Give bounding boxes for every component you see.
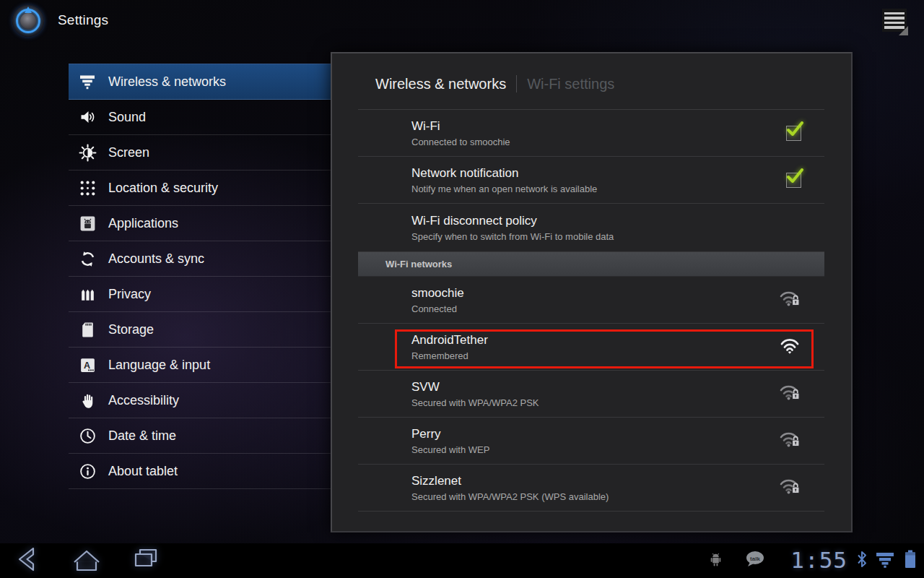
wifi-strong-icon xyxy=(778,335,801,358)
sync-icon xyxy=(78,249,97,268)
row-subtitle: Secured with WEP xyxy=(411,444,489,455)
network-row-smoochie[interactable]: smoochieConnected xyxy=(358,277,824,324)
row-subtitle: Secured with WPA/WPA2 PSK xyxy=(411,397,539,408)
sidebar-item-label: Date & time xyxy=(108,428,176,444)
language-icon: A xyxy=(78,355,97,374)
row-title: Perry xyxy=(411,426,489,441)
sidebar-item-about-tablet[interactable]: About tablet xyxy=(69,454,331,489)
brightness-icon xyxy=(78,143,97,162)
back-icon xyxy=(9,544,45,577)
applications-icon xyxy=(78,214,97,233)
row-title: Sizzlenet xyxy=(411,473,609,488)
sidebar-item-label: Accessibility xyxy=(108,393,179,408)
sidebar-item-label: Screen xyxy=(108,145,149,160)
sidebar-item-label: Applications xyxy=(108,216,178,231)
accessibility-icon xyxy=(78,391,97,410)
sidebar-item-label: Privacy xyxy=(108,287,151,302)
sidebar-item-label: Location & security xyxy=(108,181,218,196)
status-tray: talk1:55 xyxy=(707,543,918,578)
row-subtitle: Remembered xyxy=(411,350,488,361)
breadcrumb-divider xyxy=(516,75,517,92)
wifi-lock-icon xyxy=(778,288,801,311)
talk-icon: talk xyxy=(744,550,766,571)
wifi-status-icon xyxy=(875,550,895,571)
wifi-lock-icon xyxy=(778,429,801,452)
action-bar: Settings xyxy=(0,0,924,42)
row-subtitle: Connected xyxy=(411,303,464,314)
svg-text:A: A xyxy=(83,360,90,370)
checkbox-wi-fi[interactable] xyxy=(786,126,801,141)
system-bar: talk1:55 xyxy=(0,543,924,578)
row-title: Network notification xyxy=(411,165,597,181)
storage-icon xyxy=(78,320,97,339)
menu-corner-icon xyxy=(899,26,908,35)
home-button[interactable] xyxy=(68,545,105,577)
privacy-icon xyxy=(78,285,97,303)
wifi-lock-icon xyxy=(778,476,801,499)
back-button[interactable] xyxy=(9,545,46,577)
sidebar-item-wireless-and-networks[interactable]: Wireless & networks xyxy=(69,64,331,100)
row-subtitle: Secured with WPA/WPA2 PSK (WPS available… xyxy=(411,491,609,502)
sidebar-item-privacy[interactable]: Privacy xyxy=(69,277,331,312)
clipped-row xyxy=(358,512,824,532)
android-icon xyxy=(707,551,724,571)
row-title: Wi-Fi xyxy=(411,118,510,134)
settings-app-icon xyxy=(12,5,44,37)
clock-time[interactable]: 1:55 xyxy=(790,547,847,573)
wifi-icon xyxy=(78,72,97,91)
checkbox-network-notification[interactable] xyxy=(786,173,801,188)
row-title: Wi-Fi disconnect policy xyxy=(411,213,614,228)
settings-list: Wi-FiConnected to smoochieNetwork notifi… xyxy=(358,110,824,532)
breadcrumb-page: Wi-Fi settings xyxy=(527,76,614,92)
sidebar-item-language-and-input[interactable]: ALanguage & input xyxy=(69,348,331,383)
page-title: Settings xyxy=(58,12,108,28)
bluetooth-icon xyxy=(856,549,868,572)
breadcrumb: Wireless & networks Wi-Fi settings xyxy=(375,75,614,92)
network-row-svw[interactable]: SVWSecured with WPA/WPA2 PSK xyxy=(358,371,824,418)
sidebar-item-label: About tablet xyxy=(108,464,178,479)
network-row-androidtether[interactable]: AndroidTetherRemembered xyxy=(358,324,824,371)
panel-header: Wireless & networks Wi-Fi settings xyxy=(332,53,851,110)
sidebar-item-applications[interactable]: Applications xyxy=(69,206,331,241)
location-security-icon xyxy=(78,178,97,197)
recents-icon xyxy=(128,544,164,577)
row-title: AndroidTether xyxy=(411,332,488,348)
setting-row-wi-fi[interactable]: Wi-FiConnected to smoochie xyxy=(358,110,824,157)
network-row-perry[interactable]: PerrySecured with WEP xyxy=(358,418,824,465)
sidebar-item-storage[interactable]: Storage xyxy=(69,312,331,348)
breadcrumb-section: Wireless & networks xyxy=(375,76,506,92)
sidebar-item-accessibility[interactable]: Accessibility xyxy=(69,383,331,418)
sidebar-item-location-and-security[interactable]: Location & security xyxy=(69,171,331,206)
sound-icon xyxy=(78,108,97,126)
sidebar-item-label: Wireless & networks xyxy=(108,74,226,90)
setting-row-network-notification[interactable]: Network notificationNotify me when an op… xyxy=(358,157,824,204)
sidebar-item-label: Storage xyxy=(108,322,154,337)
info-icon xyxy=(78,462,97,480)
sidebar-item-date-and-time[interactable]: Date & time xyxy=(69,418,331,454)
settings-sidebar: Wireless & networksSoundScreenLocation &… xyxy=(69,64,331,489)
sidebar-item-accounts-and-sync[interactable]: Accounts & sync xyxy=(69,241,331,277)
wifi-lock-icon xyxy=(778,382,801,405)
clock-icon xyxy=(78,426,97,445)
row-title: smoochie xyxy=(411,285,464,301)
section-header-wifi-networks: Wi-Fi networks xyxy=(358,252,824,277)
sidebar-item-label: Accounts & sync xyxy=(108,251,204,267)
svg-text:talk: talk xyxy=(750,556,760,562)
sidebar-item-label: Sound xyxy=(108,110,146,125)
row-subtitle: Connected to smoochie xyxy=(411,137,510,147)
setting-row-wi-fi-disconnect-policy[interactable]: Wi-Fi disconnect policySpecify when to s… xyxy=(358,204,824,252)
row-subtitle: Notify me when an open network is availa… xyxy=(411,184,597,194)
battery-icon xyxy=(902,548,918,573)
home-icon xyxy=(69,544,105,577)
recents-button[interactable] xyxy=(127,545,165,577)
sidebar-item-sound[interactable]: Sound xyxy=(69,100,331,135)
wifi-settings-panel: Wireless & networks Wi-Fi settings Wi-Fi… xyxy=(331,52,853,532)
row-title: SVW xyxy=(411,379,539,394)
navigation-buttons xyxy=(9,543,165,578)
sidebar-item-label: Language & input xyxy=(108,358,210,373)
sidebar-item-screen[interactable]: Screen xyxy=(69,135,331,171)
section-header-label: Wi-Fi networks xyxy=(385,259,452,269)
network-row-sizzlenet[interactable]: SizzlenetSecured with WPA/WPA2 PSK (WPS … xyxy=(358,465,824,512)
row-subtitle: Specify when to switch from Wi-Fi to mob… xyxy=(411,231,614,242)
